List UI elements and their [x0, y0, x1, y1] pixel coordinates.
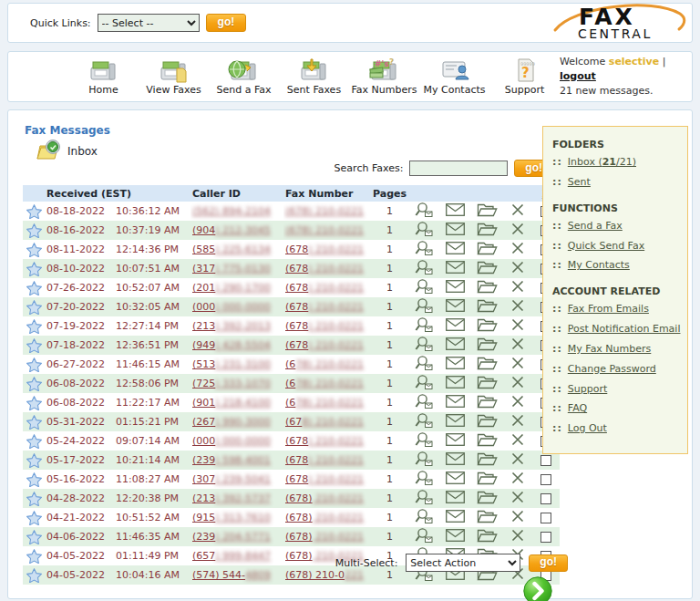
- email-fax-icon[interactable]: [446, 280, 465, 295]
- sidebar-link-support[interactable]: Support: [568, 383, 607, 397]
- email-fax-icon[interactable]: [446, 299, 465, 315]
- favorite-star-icon[interactable]: [26, 224, 42, 236]
- view-fax-icon[interactable]: [415, 451, 433, 470]
- caller-id-link[interactable]: (513) 231-3100: [192, 358, 271, 370]
- fax-number-link[interactable]: (678) 210-0221: [285, 339, 364, 351]
- fax-number-link[interactable]: (678) 210-0221: [285, 416, 364, 428]
- fax-number-link[interactable]: (678) 210-0221: [285, 320, 364, 332]
- favorite-star-icon[interactable]: [26, 416, 42, 428]
- caller-id-link[interactable]: (904) 212-3045: [192, 224, 271, 236]
- fax-number-link[interactable]: (678) 210-0221: [285, 301, 364, 313]
- view-fax-icon[interactable]: [415, 527, 433, 546]
- delete-fax-icon[interactable]: [511, 337, 524, 353]
- select-checkbox[interactable]: [540, 455, 551, 466]
- move-to-folder-icon[interactable]: [477, 375, 498, 392]
- caller-id-link[interactable]: (201) 290-1700: [192, 282, 271, 294]
- multi-select-go-button[interactable]: go!: [529, 554, 568, 572]
- email-fax-icon[interactable]: [446, 242, 465, 257]
- delete-fax-icon[interactable]: [511, 299, 524, 315]
- email-fax-icon[interactable]: [446, 395, 465, 410]
- move-to-folder-icon[interactable]: [477, 490, 498, 507]
- email-fax-icon[interactable]: [446, 414, 465, 430]
- favorite-star-icon[interactable]: [26, 205, 42, 217]
- delete-fax-icon[interactable]: [511, 357, 524, 372]
- delete-fax-icon[interactable]: [511, 529, 524, 544]
- delete-fax-icon[interactable]: [511, 491, 524, 506]
- sidebar-link-my-fax-numbers[interactable]: My Fax Numbers: [568, 343, 651, 357]
- fax-number-link[interactable]: (678) 210-0221: [285, 224, 364, 236]
- nav-item-sent-faxes[interactable]: Sent Faxes: [279, 57, 349, 96]
- fax-number-link[interactable]: (678) 210-0221: [285, 205, 364, 217]
- sidebar-link-faq[interactable]: FAQ: [568, 402, 587, 416]
- caller-id-link[interactable]: (239) 204-5771: [192, 531, 271, 543]
- caller-id-link[interactable]: (562) 894-2104: [192, 205, 271, 217]
- email-fax-icon[interactable]: [446, 223, 465, 238]
- move-to-folder-icon[interactable]: [477, 337, 498, 354]
- view-fax-icon[interactable]: [415, 508, 433, 527]
- move-to-folder-icon[interactable]: [477, 222, 498, 239]
- fax-number-link[interactable]: (678) 210-0221: [285, 492, 364, 504]
- move-to-folder-icon[interactable]: [477, 471, 498, 488]
- email-fax-icon[interactable]: [446, 337, 465, 353]
- select-checkbox[interactable]: [540, 474, 551, 485]
- favorite-star-icon[interactable]: [26, 282, 42, 294]
- email-fax-icon[interactable]: [446, 376, 465, 391]
- view-fax-icon[interactable]: [415, 297, 433, 316]
- favorite-star-icon[interactable]: [26, 454, 42, 466]
- select-checkbox[interactable]: [540, 493, 551, 504]
- next-page-arrow-button[interactable]: [522, 575, 553, 601]
- move-to-folder-icon[interactable]: [477, 394, 498, 411]
- sidebar-link-post-notification-email[interactable]: Post Notification Email: [568, 323, 681, 337]
- fax-number-link[interactable]: (678) 210-0221: [285, 473, 364, 485]
- move-to-folder-icon[interactable]: [477, 317, 498, 335]
- fax-number-link[interactable]: (678) 210-0221: [285, 244, 364, 255]
- sidebar-link-log-out[interactable]: Log Out: [568, 422, 607, 436]
- fax-number-link[interactable]: (678) 210-0221: [285, 512, 364, 523]
- caller-id-link[interactable]: (317) 775-0130: [192, 263, 271, 275]
- email-fax-icon[interactable]: [446, 318, 465, 334]
- delete-fax-icon[interactable]: [511, 471, 524, 487]
- caller-id-link[interactable]: (239) 598-4001: [192, 454, 271, 466]
- view-fax-icon[interactable]: [415, 412, 433, 431]
- sidebar-link-send-a-fax[interactable]: Send a Fax: [568, 220, 623, 233]
- move-to-folder-icon[interactable]: [477, 528, 498, 545]
- caller-id-link[interactable]: (000) 000-0000: [192, 301, 271, 313]
- nav-item-view-faxes[interactable]: View Faxes: [139, 57, 209, 96]
- fax-number-link[interactable]: (678) 210-0221: [285, 531, 364, 543]
- favorite-star-icon[interactable]: [26, 435, 42, 447]
- favorite-star-icon[interactable]: [26, 512, 42, 523]
- sidebar-link-inbox[interactable]: Inbox (21/21): [568, 156, 636, 170]
- move-to-folder-icon[interactable]: [477, 432, 498, 450]
- move-to-folder-icon[interactable]: [477, 279, 498, 296]
- delete-fax-icon[interactable]: [511, 395, 524, 410]
- delete-fax-icon[interactable]: [511, 203, 524, 219]
- nav-item-my-contacts[interactable]: My Contacts: [419, 57, 489, 96]
- favorite-star-icon[interactable]: [26, 339, 42, 351]
- delete-fax-icon[interactable]: [511, 223, 524, 238]
- sidebar-link-sent[interactable]: Sent: [568, 176, 591, 190]
- move-to-folder-icon[interactable]: [477, 241, 498, 258]
- search-faxes-input[interactable]: [409, 161, 508, 176]
- nav-item-home[interactable]: Home: [68, 57, 139, 96]
- caller-id-link[interactable]: (585) 225-6134: [192, 244, 271, 255]
- move-to-folder-icon[interactable]: [477, 509, 498, 526]
- fax-number-link[interactable]: (678) 210-0221: [285, 397, 364, 409]
- favorite-star-icon[interactable]: [26, 397, 42, 409]
- fax-number-link[interactable]: (678) 210-0221: [285, 378, 364, 389]
- view-fax-icon[interactable]: [415, 240, 433, 259]
- move-to-folder-icon[interactable]: [477, 451, 498, 469]
- delete-fax-icon[interactable]: [511, 414, 524, 430]
- select-checkbox[interactable]: [540, 532, 551, 543]
- view-fax-icon[interactable]: [415, 470, 433, 489]
- delete-fax-icon[interactable]: [511, 280, 524, 295]
- view-fax-icon[interactable]: [415, 355, 433, 374]
- logout-link[interactable]: logout: [560, 70, 596, 82]
- email-fax-icon[interactable]: [446, 203, 465, 219]
- delete-fax-icon[interactable]: [511, 452, 524, 468]
- multi-select-action[interactable]: Select Action: [406, 554, 520, 572]
- view-fax-icon[interactable]: [415, 278, 433, 297]
- email-fax-icon[interactable]: [446, 491, 465, 506]
- fax-number-link[interactable]: (678) 210-0221: [285, 263, 364, 275]
- favorite-star-icon[interactable]: [26, 244, 42, 255]
- select-checkbox[interactable]: [540, 513, 551, 523]
